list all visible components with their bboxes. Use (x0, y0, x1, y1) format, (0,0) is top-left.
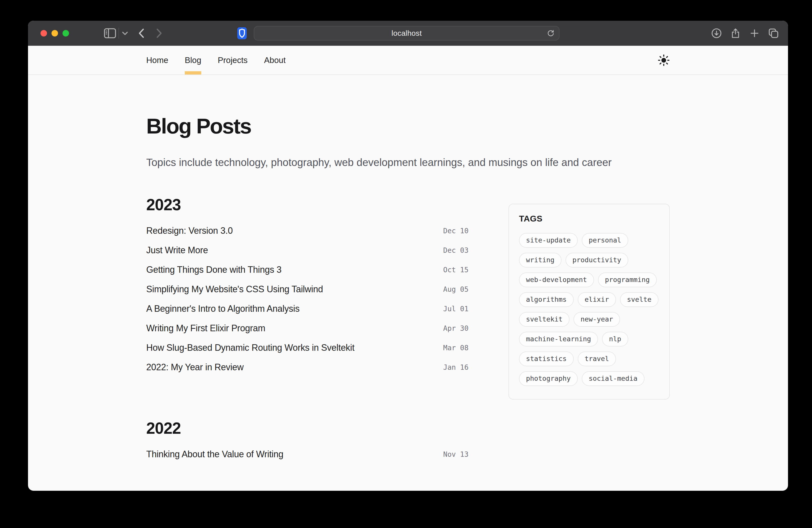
post-row[interactable]: Just Write More Dec 03 (146, 240, 468, 260)
desktop: { "colors": { "accent": "#f6c76d", "titl… (0, 0, 812, 528)
theme-toggle-button[interactable] (658, 46, 670, 74)
post-row[interactable]: Getting Things Done with Things 3 Oct 15 (146, 260, 468, 279)
post-list: Thinking About the Value of Writing Nov … (146, 444, 468, 464)
tag-pill[interactable]: statistics (519, 352, 574, 366)
post-title: Thinking About the Value of Writing (146, 449, 284, 459)
posts-column: 2023 Redesign: Version 3.0 Dec 10 Just W… (146, 195, 468, 464)
post-date: Apr 30 (443, 324, 468, 333)
tag-pill[interactable]: svelte (620, 292, 658, 307)
shield-icon (237, 27, 247, 40)
post-date: Jul 01 (443, 305, 468, 313)
tag-pill[interactable]: web-development (519, 273, 594, 287)
post-date: Dec 03 (443, 246, 468, 254)
tag-pill[interactable]: site-update (519, 233, 578, 248)
post-date: Aug 05 (443, 285, 468, 293)
browser-window: localhost (28, 21, 788, 491)
sidebar-menu-button[interactable] (120, 21, 130, 46)
sun-icon (658, 54, 670, 66)
post-date: Oct 15 (443, 266, 468, 274)
toolbar-divider (118, 28, 119, 39)
post-title: Redesign: Version 3.0 (146, 225, 233, 236)
post-row[interactable]: 2022: My Year in Review Jan 16 (146, 357, 468, 377)
tag-pill[interactable]: programming (598, 273, 657, 287)
post-title: How Slug-Based Dynamic Routing Works in … (146, 342, 354, 353)
downloads-button[interactable] (710, 21, 724, 46)
post-row[interactable]: Thinking About the Value of Writing Nov … (146, 444, 468, 464)
page-content: Blog Posts Topics include technology, ph… (28, 114, 788, 464)
nav-item-blog[interactable]: Blog (185, 46, 201, 74)
new-tab-icon (749, 28, 760, 39)
extension-button[interactable] (235, 21, 249, 46)
nav-item-home[interactable]: Home (146, 46, 168, 74)
site-header: HomeBlogProjectsAbout (28, 46, 788, 75)
chevron-down-icon (122, 31, 128, 35)
tags-panel: TAGS site-updatepersonalwritingproductiv… (508, 204, 670, 399)
post-title: Simplifying My Website's CSS Using Tailw… (146, 284, 323, 294)
back-button[interactable] (135, 21, 147, 46)
tag-pill[interactable]: nlp (602, 332, 628, 347)
tag-list: site-updatepersonalwritingproductivitywe… (519, 233, 659, 386)
zoom-button[interactable] (62, 30, 69, 36)
tag-pill[interactable]: machine-learning (519, 332, 598, 347)
year-heading: 2023 (146, 195, 468, 214)
post-title: 2022: My Year in Review (146, 362, 244, 372)
forward-icon (156, 28, 163, 39)
forward-button[interactable] (153, 21, 165, 46)
post-date: Jan 16 (443, 363, 468, 371)
tag-pill[interactable]: travel (578, 352, 616, 366)
tag-pill[interactable]: personal (582, 233, 628, 248)
post-row[interactable]: A Beginner's Intro to Algorithm Analysis… (146, 299, 468, 319)
nav-links: HomeBlogProjectsAbout (146, 46, 286, 74)
tag-pill[interactable]: social-media (582, 371, 644, 386)
minimize-button[interactable] (52, 30, 58, 36)
tag-pill[interactable]: writing (519, 253, 562, 267)
year-section: 2022 Thinking About the Value of Writing… (146, 419, 468, 464)
tab-overview-icon (768, 28, 780, 39)
post-title: Just Write More (146, 245, 208, 255)
post-row[interactable]: How Slug-Based Dynamic Routing Works in … (146, 338, 468, 357)
sidebar-icon (104, 28, 116, 39)
download-icon (711, 28, 722, 39)
post-list: Redesign: Version 3.0 Dec 10 Just Write … (146, 221, 468, 377)
tab-overview-button[interactable] (766, 21, 781, 46)
post-title: Getting Things Done with Things 3 (146, 264, 281, 275)
post-date: Nov 13 (443, 450, 468, 458)
window-controls (41, 21, 69, 46)
main-row: 2023 Redesign: Version 3.0 Dec 10 Just W… (146, 195, 670, 464)
share-button[interactable] (728, 21, 742, 46)
nav-item-about[interactable]: About (264, 46, 286, 74)
year-section: 2023 Redesign: Version 3.0 Dec 10 Just W… (146, 195, 468, 377)
tags-panel-title: TAGS (519, 214, 659, 223)
tag-pill[interactable]: productivity (566, 253, 628, 267)
tag-pill[interactable]: new-year (574, 312, 620, 327)
share-icon (730, 28, 741, 39)
sidebar-toggle-button[interactable] (103, 21, 117, 46)
page-subtitle: Topics include technology, photography, … (146, 154, 636, 171)
post-title: Writing My First Elixir Program (146, 323, 265, 334)
tag-pill[interactable]: algorithms (519, 292, 574, 307)
post-row[interactable]: Redesign: Version 3.0 Dec 10 (146, 221, 468, 240)
post-date: Mar 08 (443, 344, 468, 352)
close-button[interactable] (41, 30, 47, 36)
post-title: A Beginner's Intro to Algorithm Analysis (146, 304, 300, 314)
reload-icon[interactable] (547, 29, 555, 38)
address-bar-url: localhost (392, 29, 422, 38)
address-bar[interactable]: localhost (254, 26, 560, 41)
tag-pill[interactable]: sveltekit (519, 312, 569, 327)
nav-item-projects[interactable]: Projects (218, 46, 247, 74)
post-date: Dec 10 (443, 227, 468, 235)
back-icon (137, 28, 145, 39)
post-row[interactable]: Writing My First Elixir Program Apr 30 (146, 319, 468, 338)
post-row[interactable]: Simplifying My Website's CSS Using Tailw… (146, 279, 468, 299)
tag-pill[interactable]: elixir (578, 292, 616, 307)
tag-pill[interactable]: photography (519, 371, 578, 386)
new-tab-button[interactable] (748, 21, 762, 46)
year-heading: 2022 (146, 419, 468, 438)
browser-titlebar: localhost (28, 21, 788, 46)
page-title: Blog Posts (146, 114, 670, 138)
